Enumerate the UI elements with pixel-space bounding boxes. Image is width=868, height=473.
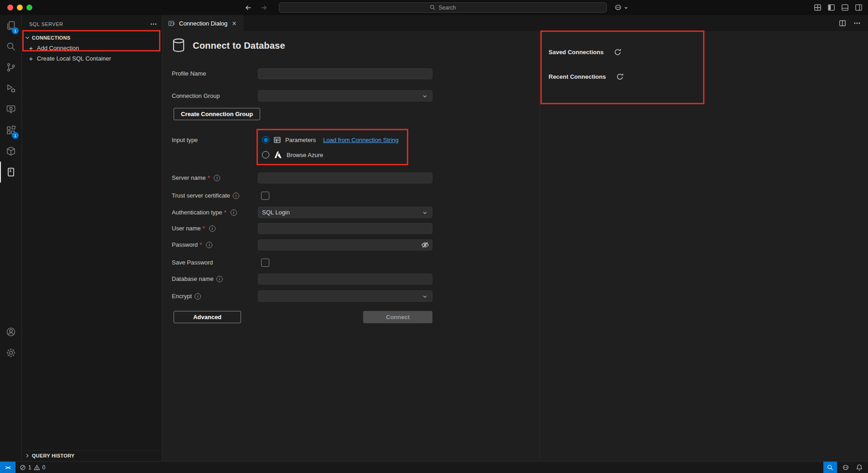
activity-search[interactable] bbox=[0, 36, 22, 57]
refresh-icon[interactable] bbox=[614, 48, 621, 56]
toggle-secondary-sidebar-icon[interactable] bbox=[855, 4, 863, 11]
extensions-badge: 1 bbox=[12, 132, 19, 139]
info-icon[interactable]: i bbox=[214, 175, 220, 181]
chevron-right-icon bbox=[24, 453, 31, 459]
package-icon bbox=[5, 146, 16, 157]
warning-icon bbox=[34, 464, 40, 471]
auth-type-value: SQL Login bbox=[262, 209, 290, 216]
load-connection-string-link[interactable]: Load from Connection String bbox=[323, 137, 398, 143]
required-marker: * bbox=[224, 209, 226, 216]
parameters-radio[interactable] bbox=[262, 136, 269, 143]
encrypt-label: Encrypt i bbox=[172, 293, 258, 300]
advanced-button[interactable]: Advanced bbox=[174, 311, 241, 323]
browse-azure-radio[interactable] bbox=[262, 151, 269, 158]
auth-type-dropdown[interactable]: SQL Login bbox=[258, 207, 432, 218]
customize-layout-icon[interactable] bbox=[814, 4, 822, 11]
more-actions-icon[interactable] bbox=[853, 20, 861, 27]
connections-section-header[interactable]: CONNECTIONS bbox=[22, 33, 162, 43]
activity-source-control[interactable] bbox=[0, 57, 22, 78]
refresh-icon[interactable] bbox=[616, 73, 624, 81]
history-nav bbox=[243, 3, 269, 13]
zoom-status-item[interactable] bbox=[823, 462, 837, 473]
problems-indicator[interactable]: 1 0 bbox=[20, 464, 45, 471]
profile-name-input[interactable] bbox=[258, 68, 432, 79]
sidebar-item-add-connection[interactable]: + Add Connection bbox=[22, 43, 162, 53]
zoom-window-button[interactable] bbox=[26, 5, 32, 10]
parameters-label: Parameters bbox=[285, 137, 316, 143]
user-name-input[interactable] bbox=[258, 223, 432, 234]
sql-server-icon bbox=[5, 167, 16, 178]
info-icon[interactable]: i bbox=[209, 225, 216, 232]
recent-connections-title: Recent Connections bbox=[549, 73, 606, 80]
more-actions-icon[interactable] bbox=[150, 20, 157, 28]
connection-group-dropdown[interactable] bbox=[258, 90, 432, 102]
activity-explorer[interactable]: 1 bbox=[0, 15, 22, 36]
remote-explorer-icon bbox=[5, 104, 16, 115]
plus-icon: + bbox=[28, 55, 34, 62]
remote-indicator[interactable]: >< bbox=[0, 462, 15, 473]
server-name-input[interactable] bbox=[258, 173, 432, 183]
activity-remote-explorer[interactable] bbox=[0, 99, 22, 120]
gear-icon bbox=[5, 347, 16, 358]
info-icon[interactable]: i bbox=[233, 193, 239, 199]
copilot-menu[interactable] bbox=[614, 3, 628, 12]
info-icon[interactable]: i bbox=[216, 276, 223, 282]
connection-form: Connect to Database Profile Name Connect… bbox=[163, 32, 539, 461]
required-marker: * bbox=[203, 225, 205, 232]
activity-extensions[interactable]: 1 bbox=[0, 120, 22, 141]
query-history-label: QUERY HISTORY bbox=[32, 453, 75, 458]
activity-run-debug[interactable] bbox=[0, 78, 22, 99]
error-icon bbox=[20, 464, 26, 471]
warning-count: 0 bbox=[42, 464, 46, 471]
split-editor-icon[interactable] bbox=[839, 20, 846, 27]
saved-connections-title: Saved Connections bbox=[549, 49, 604, 56]
editor-actions bbox=[839, 15, 868, 31]
azure-icon bbox=[273, 150, 282, 159]
chevron-down-icon bbox=[422, 93, 428, 99]
search-icon bbox=[5, 41, 16, 52]
search-icon bbox=[430, 5, 436, 10]
error-count: 1 bbox=[28, 464, 31, 471]
create-connection-group-button[interactable]: Create Connection Group bbox=[174, 108, 260, 120]
browse-azure-label: Browse Azure bbox=[287, 152, 323, 158]
profile-name-label: Profile Name bbox=[172, 70, 258, 77]
add-connection-label: Add Connection bbox=[37, 45, 79, 51]
copilot-status-icon[interactable] bbox=[841, 464, 851, 471]
info-icon[interactable]: i bbox=[231, 209, 237, 216]
tab-connection-dialog[interactable]: Connection Dialog × bbox=[163, 15, 243, 32]
activity-sql-server[interactable] bbox=[0, 162, 22, 183]
required-marker: * bbox=[207, 174, 210, 181]
back-icon[interactable] bbox=[243, 3, 253, 13]
status-bar-right bbox=[823, 462, 868, 473]
command-center-search[interactable]: Search bbox=[279, 2, 607, 13]
chevron-down-icon bbox=[24, 35, 31, 41]
trust-cert-checkbox[interactable] bbox=[261, 192, 269, 200]
close-window-button[interactable] bbox=[7, 5, 13, 10]
page-title: Connect to Database bbox=[193, 41, 285, 51]
titlebar: Search bbox=[0, 0, 868, 15]
activity-bar: 1 1 bbox=[0, 15, 22, 461]
toggle-sidebar-icon[interactable] bbox=[827, 4, 835, 11]
sidebar-item-create-local-sql-container[interactable]: + Create Local SQL Container bbox=[22, 53, 162, 63]
forward-icon[interactable] bbox=[259, 3, 269, 13]
activity-settings[interactable] bbox=[0, 342, 22, 363]
info-icon[interactable]: i bbox=[206, 242, 212, 248]
close-icon[interactable]: × bbox=[231, 20, 237, 27]
save-password-checkbox[interactable] bbox=[261, 259, 269, 267]
toggle-panel-icon[interactable] bbox=[841, 4, 849, 11]
connect-button[interactable]: Connect bbox=[363, 311, 432, 323]
notifications-bell-icon[interactable] bbox=[854, 464, 864, 471]
copilot-icon bbox=[614, 4, 622, 11]
activity-accounts[interactable] bbox=[0, 321, 22, 342]
minimize-window-button[interactable] bbox=[17, 5, 23, 10]
password-input[interactable] bbox=[258, 239, 432, 250]
encrypt-dropdown[interactable] bbox=[258, 290, 432, 302]
window-controls bbox=[7, 5, 32, 10]
remote-icon: >< bbox=[5, 465, 10, 470]
activity-database-projects[interactable] bbox=[0, 141, 22, 162]
chevron-down-icon bbox=[624, 5, 628, 10]
database-name-input[interactable] bbox=[258, 274, 432, 285]
query-history-section-header[interactable]: QUERY HISTORY bbox=[22, 450, 162, 460]
eye-off-icon[interactable] bbox=[421, 241, 429, 249]
info-icon[interactable]: i bbox=[195, 293, 201, 300]
